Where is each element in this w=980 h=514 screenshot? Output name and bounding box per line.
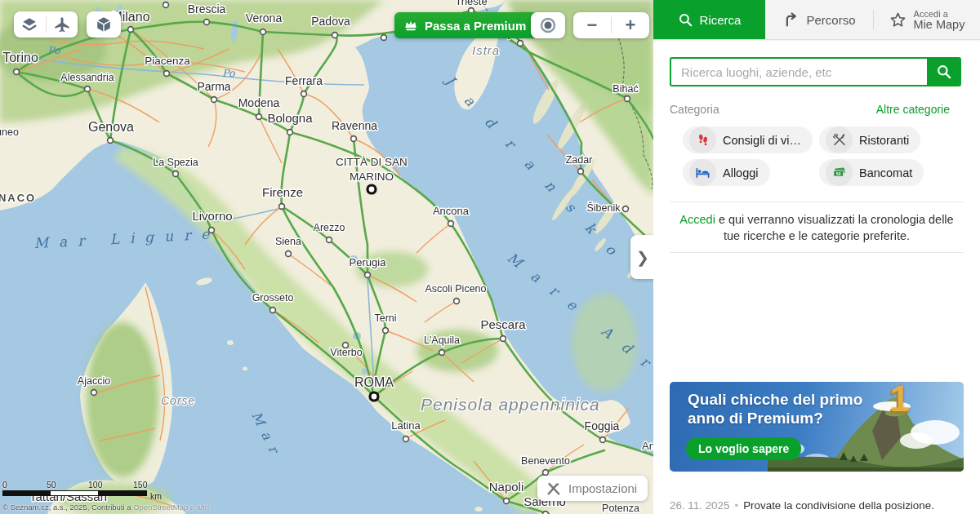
- map-city-label[interactable]: Terni: [374, 312, 396, 324]
- city-dot[interactable]: [212, 97, 217, 103]
- category-chip-atm[interactable]: 50 Bancomat: [819, 159, 924, 186]
- view-3d-button[interactable]: [87, 11, 121, 38]
- city-dot[interactable]: [173, 171, 179, 177]
- tab-account[interactable]: Accedi a Mie Mapy: [874, 0, 980, 39]
- map-city-label[interactable]: Napoli: [489, 480, 524, 494]
- search-input[interactable]: [670, 57, 927, 86]
- city-dot[interactable]: [108, 138, 114, 144]
- map-city-label[interactable]: Trieste: [455, 0, 487, 7]
- flight-view-button[interactable]: [46, 11, 78, 38]
- city-dot[interactable]: [286, 251, 292, 257]
- map-city-label[interactable]: La Spezia: [153, 157, 198, 168]
- layers-button[interactable]: [14, 11, 46, 38]
- map-city-label[interactable]: Perugia: [350, 256, 387, 268]
- premium-banner[interactable]: 1 Quali chicche del primo anno di Premiu…: [670, 382, 964, 472]
- map-city-label[interactable]: Alessandria: [60, 72, 114, 83]
- banner-cta-button[interactable]: Lo voglio sapere: [686, 437, 801, 460]
- panel-collapse-button[interactable]: ❯: [630, 235, 653, 279]
- map-city-label[interactable]: L'Aquila: [424, 335, 460, 346]
- map-city-label[interactable]: Verona: [246, 11, 283, 24]
- city-dot[interactable]: [256, 114, 262, 120]
- city-dot[interactable]: [403, 436, 409, 442]
- map-city-label[interactable]: Bihać: [612, 83, 638, 95]
- search-submit-button[interactable]: [927, 57, 961, 86]
- city-dot[interactable]: [327, 237, 332, 243]
- premium-button[interactable]: Passa a Premium: [394, 12, 537, 38]
- map-city-label[interactable]: Foggia: [585, 419, 620, 432]
- city-dot[interactable]: [504, 498, 510, 504]
- city-dot[interactable]: [261, 29, 266, 35]
- category-chip-travel-tips[interactable]: Consigli di vi…: [683, 126, 813, 153]
- map-city-label[interactable]: Ravenna: [332, 119, 377, 132]
- city-dot[interactable]: [625, 96, 630, 102]
- city-dot[interactable]: [287, 130, 293, 135]
- attribution-osm[interactable]: OpenStreetMap e altri: [133, 503, 209, 512]
- map-city-label[interactable]: Ascoli Piceno: [425, 283, 486, 295]
- category-chip-accommodation[interactable]: Alloggi: [683, 159, 770, 186]
- map-city-label[interactable]: Andria: [642, 440, 653, 452]
- locate-me-button[interactable]: [531, 12, 565, 38]
- city-dot[interactable]: [332, 33, 338, 38]
- map-city-label[interactable]: Genova: [88, 120, 134, 134]
- map-city-label[interactable]: Arezzo: [314, 222, 345, 233]
- city-dot[interactable]: [270, 308, 276, 313]
- city-dot[interactable]: [518, 41, 523, 47]
- city-dot[interactable]: [301, 91, 307, 97]
- map-canvas[interactable]: TriesteMilanoBresciaVeronaPadovaRijekaTo…: [0, 0, 653, 514]
- map-city-label[interactable]: Pescara: [480, 317, 526, 331]
- tab-search[interactable]: Ricerca: [653, 0, 765, 39]
- tab-route[interactable]: Percorso: [765, 0, 873, 39]
- map-settings-button[interactable]: Impostazioni: [537, 476, 648, 501]
- map-city-label[interactable]: Latina: [391, 419, 421, 432]
- zoom-out-button[interactable]: −: [573, 12, 611, 38]
- city-dot[interactable]: [543, 512, 549, 514]
- map-city-label[interactable]: Ancona: [433, 205, 470, 217]
- city-dot[interactable]: [163, 2, 169, 8]
- city-dot[interactable]: [368, 185, 376, 193]
- map-city-label[interactable]: Benevento: [521, 455, 570, 467]
- map-city-label[interactable]: Parma: [197, 80, 230, 93]
- city-dot[interactable]: [454, 299, 460, 304]
- map-city-label[interactable]: Livorno: [192, 209, 232, 223]
- city-dot[interactable]: [623, 206, 629, 212]
- city-dot[interactable]: [383, 328, 389, 334]
- map-city-label[interactable]: ROMA: [354, 375, 394, 389]
- city-dot[interactable]: [501, 336, 506, 342]
- city-dot[interactable]: [365, 273, 371, 278]
- category-chip-restaurants[interactable]: Ristoranti: [819, 126, 920, 153]
- city-dot[interactable]: [600, 437, 606, 443]
- city-dot[interactable]: [439, 350, 445, 356]
- zoom-in-button[interactable]: +: [612, 12, 649, 38]
- login-link[interactable]: Accedi: [679, 213, 715, 226]
- map-city-label[interactable]: Bologna: [267, 111, 313, 125]
- map-city-label[interactable]: Ajaccio: [78, 375, 110, 387]
- city-dot[interactable]: [543, 470, 549, 476]
- city-dot[interactable]: [381, 35, 387, 41]
- city-dot[interactable]: [351, 136, 357, 142]
- city-dot[interactable]: [164, 71, 170, 77]
- map-city-label[interactable]: Padova: [311, 15, 350, 28]
- map-city-label[interactable]: Torino: [2, 51, 38, 64]
- map-city-label[interactable]: Piacenza: [145, 55, 190, 67]
- map-city-label[interactable]: Šibenik: [587, 202, 621, 214]
- city-dot[interactable]: [279, 204, 285, 210]
- map-city-label[interactable]: Siena: [275, 236, 301, 247]
- city-dot[interactable]: [85, 86, 91, 92]
- city-dot[interactable]: [204, 20, 210, 25]
- map-city-label[interactable]: Potenza: [602, 503, 639, 514]
- map-city-label[interactable]: Modena: [238, 96, 280, 109]
- map-city-label[interactable]: Cuneo: [0, 126, 19, 138]
- map-city-label[interactable]: Grosseto: [252, 292, 294, 304]
- map-city-label[interactable]: Ferrara: [285, 74, 323, 87]
- map-city-label[interactable]: Viterbo: [330, 347, 362, 358]
- more-categories-link[interactable]: Altre categorie: [876, 103, 950, 116]
- city-dot[interactable]: [578, 169, 584, 175]
- city-dot[interactable]: [14, 69, 20, 75]
- city-dot[interactable]: [91, 390, 97, 396]
- city-dot[interactable]: [448, 221, 454, 227]
- city-dot[interactable]: [128, 27, 134, 33]
- city-dot[interactable]: [370, 392, 378, 401]
- map-city-label[interactable]: Zadar: [566, 154, 593, 166]
- news-item[interactable]: 26. 11. 2025•Provate la condivisione del…: [670, 499, 967, 514]
- map-city-label[interactable]: Brescia: [188, 2, 226, 16]
